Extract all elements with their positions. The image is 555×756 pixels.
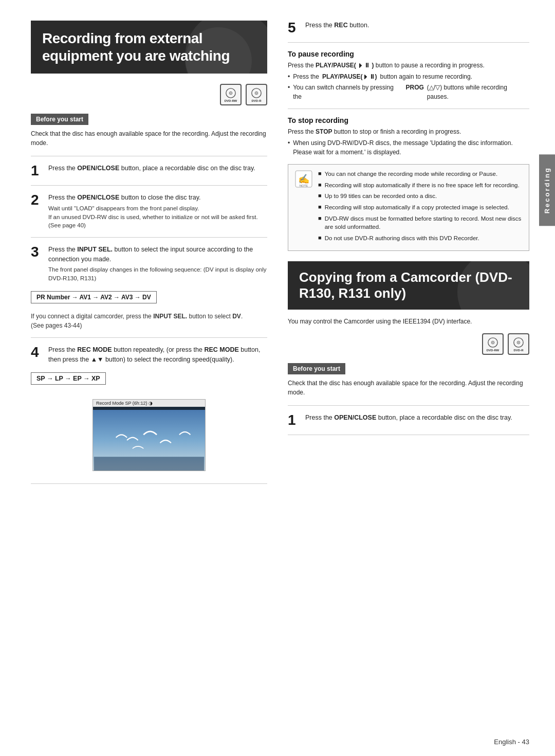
note-item-6: ■ Do not use DVD-R authoring discs with … xyxy=(318,234,523,243)
copy-step-1: 1 Press the OPEN/CLOSE button, place a r… xyxy=(288,413,529,427)
step-1: 1 Press the OPEN/CLOSE button, place a r… xyxy=(31,164,267,178)
dvd-rw-label-left: DVD-RW xyxy=(225,99,237,102)
pause-bullet-2: You can switch channels by pressing the … xyxy=(288,83,529,101)
page-container: Recording from external equipment you ar… xyxy=(0,0,555,756)
svg-text:NOTE: NOTE xyxy=(300,184,308,187)
dvd-r-icon-right: DVD-R xyxy=(508,333,529,355)
svg-point-12 xyxy=(492,342,493,343)
copying-title: Copying from a Camcorder (DVD-R130, R131… xyxy=(299,269,518,301)
stop-bullet-1: When using DVD-RW/DVD-R discs, the messa… xyxy=(288,139,529,157)
disc-svg-rw xyxy=(225,87,236,99)
screenshot-box: Record Mode SP (6h:12) ◑ xyxy=(92,399,206,471)
step-5-content: Press the REC button. xyxy=(305,21,369,30)
birds-svg xyxy=(93,410,205,471)
dvd-rw-icon-right: DVD-RW xyxy=(482,333,504,355)
step-5-number: 5 xyxy=(288,21,300,35)
section-title-box: Recording from external equipment you ar… xyxy=(31,21,267,74)
copying-section: Copying from a Camcorder (DVD-R130, R131… xyxy=(288,261,529,435)
divider-1 xyxy=(31,156,267,156)
dvd-r-icon-left: DVD-R xyxy=(246,84,267,105)
left-column: Recording from external equipment you ar… xyxy=(31,21,267,712)
right-column: 5 Press the REC button. To pause recordi… xyxy=(283,21,529,712)
copy-step-1-number: 1 xyxy=(288,413,300,427)
section-title: Recording from external equipment you ar… xyxy=(42,30,256,64)
stop-section: To stop recording Press the STOP button … xyxy=(288,116,529,157)
step-1-content: Press the OPEN/CLOSE button, place a rec… xyxy=(48,164,255,173)
dvd-icons-row-left: DVD-RW DVD-R xyxy=(31,84,267,105)
recording-tab: Recording xyxy=(539,154,555,226)
sp-box: SP → LP → EP → XP xyxy=(31,372,106,385)
note-item-3: ■ Up to 99 titles can be recorded onto a… xyxy=(318,192,523,201)
sky-area xyxy=(93,410,205,471)
note-svg: ✍ NOTE xyxy=(294,170,313,188)
copy-step-1-content: Press the OPEN/CLOSE button, place a rec… xyxy=(305,413,512,423)
copying-intro: You may control the Camcorder using the … xyxy=(288,317,529,326)
disc-svg-r xyxy=(251,87,262,99)
divider-copy-1 xyxy=(288,405,529,406)
record-mode-bar: Record Mode SP (6h:12) ◑ xyxy=(93,400,205,407)
svg-point-5 xyxy=(256,93,257,94)
step-2-content: Press the OPEN/CLOSE button to close the… xyxy=(48,193,267,230)
dvd-rw-label-right: DVD-RW xyxy=(487,349,499,352)
step-3: 3 Press the INPUT SEL. button to select … xyxy=(31,245,267,283)
dvd-r-label-right: DVD-R xyxy=(514,349,524,352)
dvd-r-label-left: DVD-R xyxy=(252,99,262,102)
copying-before-start-text: Check that the disc has enough available… xyxy=(288,379,529,397)
step-4-number: 4 xyxy=(31,345,43,359)
step-2: 2 Press the OPEN/CLOSE button to close t… xyxy=(31,193,267,230)
divider-4 xyxy=(31,337,267,338)
note-item-2: ■ Recording will stop automatically if t… xyxy=(318,181,523,190)
svg-point-15 xyxy=(518,342,519,343)
before-start-label: Before you start xyxy=(31,114,88,125)
step-3-content: Press the INPUT SEL. button to select th… xyxy=(48,245,267,283)
step-2-sub: Wait until "LOAD" disappears from the fr… xyxy=(48,204,267,230)
pause-section: To pause recording Press the PLAY/PAUSE(… xyxy=(288,50,529,101)
note-icon: ✍ NOTE xyxy=(294,170,313,188)
pause-heading: To pause recording xyxy=(288,50,529,58)
svg-rect-6 xyxy=(94,457,205,471)
sequence-box: PR Number → AV1 → AV2 → AV3 → DV xyxy=(31,291,157,303)
step-4-content: Press the REC MODE button repeatedly, (o… xyxy=(48,345,267,365)
svg-text:✍: ✍ xyxy=(298,173,310,185)
copying-before-start-label: Before you start xyxy=(288,363,345,374)
note-box: ✍ NOTE ■ You can not change the recordin… xyxy=(288,164,529,251)
step-3-sub: The front panel display changes in the f… xyxy=(48,265,267,282)
page-footer: English - 43 xyxy=(0,733,555,756)
content-area: Recording from external equipment you ar… xyxy=(0,0,555,733)
note-item-1: ■ You can not change the recording mode … xyxy=(318,170,523,178)
step-3-number: 3 xyxy=(31,245,43,259)
divider-copy-2 xyxy=(288,435,529,435)
stop-main: Press the STOP button to stop or finish … xyxy=(288,127,529,136)
pause-bullet-1: Press the PLAY/PAUSE(⏵⏸) button again to… xyxy=(288,73,529,81)
screenshot-wrapper: Record Mode SP (6h:12) ◑ xyxy=(31,394,267,476)
divider-r2 xyxy=(288,109,529,109)
before-start-text: Check that the disc has enough available… xyxy=(31,129,267,148)
footer-text: English - 43 xyxy=(494,738,529,746)
stop-heading: To stop recording xyxy=(288,116,529,124)
step-4: 4 Press the REC MODE button repeatedly, … xyxy=(31,345,267,365)
dvd-rw-icon-left: DVD-RW xyxy=(220,84,242,105)
note-item-4: ■ Recording will stop automatically if a… xyxy=(318,203,523,212)
step-5: 5 Press the REC button. xyxy=(288,21,529,35)
pause-main: Press the PLAY/PAUSE( ⏵⏸ ) button to pau… xyxy=(288,61,529,70)
note-item-5: ■ DVD-RW discs must be formatted before … xyxy=(318,214,523,231)
dv-text: If you connect a digital camcorder, pres… xyxy=(31,312,267,330)
divider-5 xyxy=(31,483,267,484)
divider-r1 xyxy=(288,42,529,43)
step-2-number: 2 xyxy=(31,193,43,207)
copying-title-box: Copying from a Camcorder (DVD-R130, R131… xyxy=(288,261,529,310)
divider-3 xyxy=(31,237,267,238)
note-items: ■ You can not change the recording mode … xyxy=(318,170,523,245)
step-1-number: 1 xyxy=(31,164,43,178)
svg-point-2 xyxy=(230,93,231,94)
divider-2 xyxy=(31,185,267,186)
dvd-icons-row-right: DVD-RW DVD-R xyxy=(288,333,529,355)
